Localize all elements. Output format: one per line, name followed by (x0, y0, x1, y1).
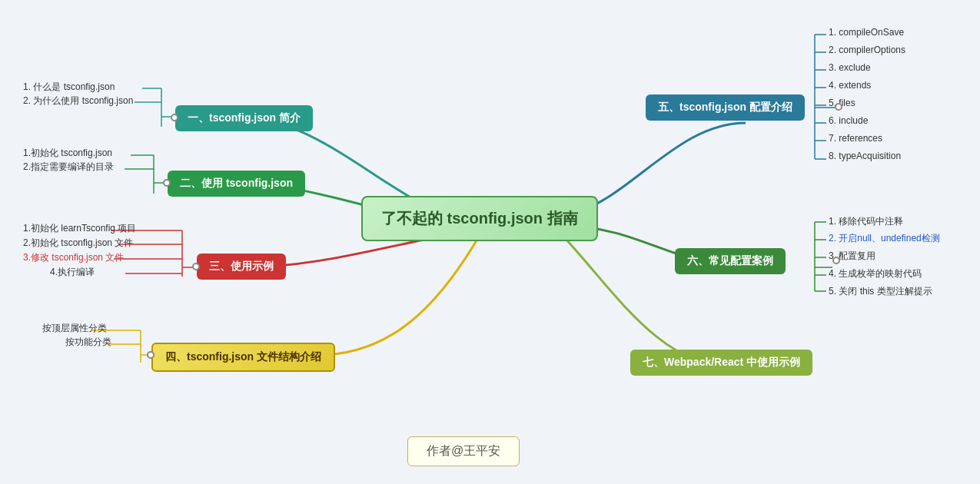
branch-3-label: 三、使用示例 (209, 260, 274, 272)
center-label: 了不起的 tsconfig.json 指南 (381, 210, 578, 227)
branch-1-leaf-2: 2. 为什么使用 tsconfig.json (23, 94, 133, 108)
branch-5-leaf-3: 3. exclude (829, 62, 871, 73)
author-text: 作者@王平安 (427, 444, 500, 457)
branch-6-dot (832, 257, 840, 264)
branch-4-label: 四、tsconfig.json 文件结构介绍 (165, 350, 321, 363)
branch-1-dot (171, 114, 178, 121)
branch-node-2: 二、使用 tsconfig.json (168, 171, 305, 197)
branch-5-leaf-2: 2. compilerOptions (829, 45, 905, 55)
branch-5-label: 五、tsconfig.json 配置介绍 (658, 101, 792, 113)
branch-5-leaf-7: 7. references (829, 133, 882, 144)
branch-6-label: 六、常见配置案例 (687, 254, 773, 267)
author-badge: 作者@王平安 (407, 436, 520, 466)
branch-6-leaf-2: 2. 开启null、undefined检测 (829, 232, 940, 245)
branch-6-leaf-4: 4. 生成枚举的映射代码 (829, 267, 922, 280)
branch-node-1: 一、tsconfig.json 简介 (175, 105, 313, 131)
branch-2-leaf-2: 2.指定需要编译的目录 (23, 161, 114, 174)
branch-1-label: 一、tsconfig.json 简介 (188, 111, 301, 124)
branch-3-leaf-4: 4.执行编译 (50, 266, 95, 279)
branch-3-leaf-2: 2.初始化 tsconfig.json 文件 (23, 237, 133, 250)
branch-5-leaf-6: 6. include (829, 115, 868, 126)
branch-node-5: 五、tsconfig.json 配置介绍 (646, 94, 805, 121)
branch-6-leaf-1: 1. 移除代码中注释 (829, 215, 903, 228)
branch-4-dot (147, 351, 154, 359)
branch-node-3: 三、使用示例 (197, 254, 286, 280)
branch-7-label: 七、Webpack/React 中使用示例 (643, 356, 800, 368)
branch-5-leaf-4: 4. extends (829, 80, 871, 91)
branch-5-leaf-1: 1. compileOnSave (829, 27, 904, 38)
branch-node-4: 四、tsconfig.json 文件结构介绍 (151, 343, 335, 372)
branch-node-6: 六、常见配置案例 (675, 248, 786, 274)
branch-4-leaf-2: 按功能分类 (65, 336, 111, 349)
branch-5-leaf-8: 8. typeAcquisition (829, 151, 901, 161)
branch-5-dot (835, 103, 842, 111)
branch-3-leaf-1: 1.初始化 learnTsconfig 项目 (23, 222, 136, 235)
branch-1-leaf-1: 1. 什么是 tsconfig.json (23, 81, 115, 94)
branch-4-leaf-1: 按顶层属性分类 (42, 322, 107, 335)
branch-2-leaf-1: 1.初始化 tsconfig.json (23, 147, 112, 160)
center-node: 了不起的 tsconfig.json 指南 (361, 196, 598, 241)
branch-3-leaf-3: 3.修改 tsconfig.json 文件 (23, 251, 124, 264)
branch-2-label: 二、使用 tsconfig.json (180, 177, 293, 189)
branch-6-leaf-5: 5. 关闭 this 类型注解提示 (829, 285, 932, 298)
branch-node-7: 七、Webpack/React 中使用示例 (630, 350, 812, 376)
branch-2-dot (163, 179, 171, 187)
branch-3-dot (192, 263, 200, 270)
